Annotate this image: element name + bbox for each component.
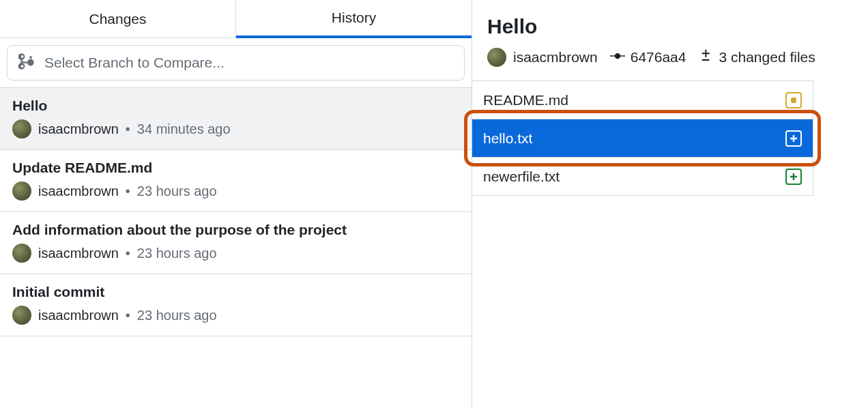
detail-author: isaacmbrown [487,48,598,67]
commit-item[interactable]: Initial commit isaacmbrown • 23 hours ag… [0,274,472,336]
commit-author: isaacmbrown [38,184,119,199]
commit-author: isaacmbrown [38,246,119,261]
detail-meta: isaacmbrown 6476aa4 3 changed files [487,48,853,67]
commit-list: Hello isaacmbrown • 34 minutes ago Updat… [0,87,472,336]
commit-meta: isaacmbrown • 23 hours ago [12,306,459,325]
separator: • [126,184,130,199]
diff-modified-icon [785,92,802,108]
separator: • [126,246,130,261]
file-name: README.md [483,92,568,108]
commit-meta: isaacmbrown • 34 minutes ago [12,119,459,139]
commit-meta: isaacmbrown • 23 hours ago [12,244,459,263]
file-row[interactable]: hello.txt [472,119,813,158]
commit-time: 23 hours ago [137,246,217,261]
avatar [12,306,31,325]
detail-changed-files[interactable]: 3 changed files [698,48,815,67]
file-row[interactable]: README.md [472,81,813,119]
tab-bar: Changes History [0,0,472,38]
commit-item[interactable]: Hello isaacmbrown • 34 minutes ago [0,88,472,150]
changed-files-list: README.md hello.txt newerfile.txt [472,81,813,196]
commit-item[interactable]: Add information about the purpose of the… [0,212,472,274]
commit-title: Initial commit [12,284,459,300]
separator: • [126,121,130,137]
commit-title: Hello [12,98,459,114]
commit-item[interactable]: Update README.md isaacmbrown • 23 hours … [0,150,472,212]
avatar [12,119,31,139]
separator: • [126,308,130,323]
git-commit-icon [610,48,625,67]
detail-header: Hello isaacmbrown 6476aa4 3 changed file… [472,15,868,67]
commit-title: Update README.md [12,160,459,176]
diff-added-icon [785,169,802,185]
avatar [487,48,506,67]
commit-meta: isaacmbrown • 23 hours ago [12,181,459,201]
tab-changes[interactable]: Changes [0,0,236,38]
branch-selector-placeholder: Select Branch to Compare... [44,55,225,71]
commit-time: 34 minutes ago [137,121,231,137]
branch-compare-selector[interactable]: Select Branch to Compare... [7,45,465,81]
sha-text: 6476aa4 [631,49,686,65]
commit-time: 23 hours ago [137,184,217,199]
commit-title: Add information about the purpose of the… [12,222,459,238]
detail-sha[interactable]: 6476aa4 [610,48,686,67]
commit-author: isaacmbrown [38,308,119,323]
avatar [12,244,31,263]
avatar [12,181,31,201]
commit-detail-panel: Hello isaacmbrown 6476aa4 3 changed file… [472,0,868,408]
diff-added-icon [785,130,802,147]
detail-title: Hello [487,15,853,38]
file-row[interactable]: newerfile.txt [472,158,813,196]
commit-time: 23 hours ago [137,308,217,323]
commit-author: isaacmbrown [38,121,119,137]
file-name: hello.txt [483,130,532,147]
detail-author-name: isaacmbrown [513,49,598,65]
changed-files-text: 3 changed files [719,49,815,65]
diff-icon [698,48,713,67]
tab-history[interactable]: History [236,0,472,38]
git-branch-icon [18,53,35,73]
file-name: newerfile.txt [483,169,560,185]
history-panel: Changes History Select Branch to Compare… [0,0,472,408]
